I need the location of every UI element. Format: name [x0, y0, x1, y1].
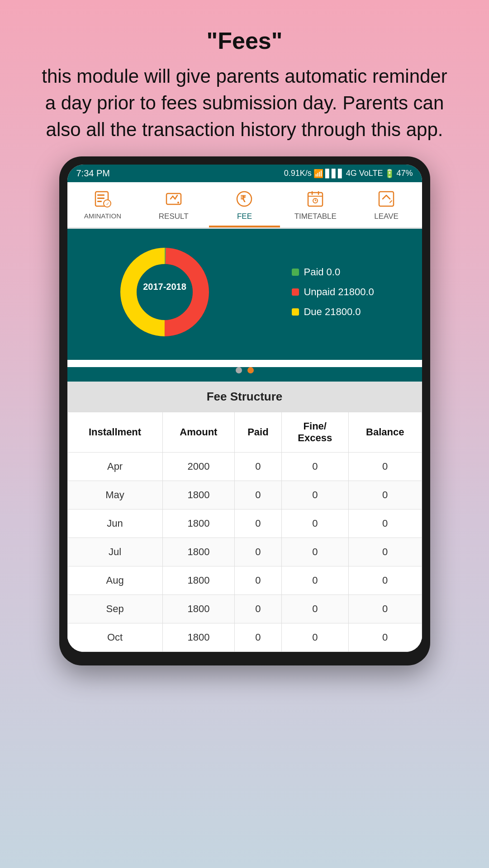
cell-amount: 1800 [162, 595, 235, 623]
due-dot [292, 308, 299, 316]
chart-section: 2017-2018 Paid 0.0 Unpaid 21800.0 Due 21… [67, 229, 422, 360]
cell-fine: 0 [281, 453, 348, 481]
tab-timetable-label: TIMETABLE [294, 212, 337, 221]
svg-text:2017-2018: 2017-2018 [143, 282, 186, 292]
svg-rect-1 [97, 194, 104, 196]
tab-fee[interactable]: ₹ FEE [209, 182, 280, 227]
legend-paid: Paid 0.0 [292, 262, 374, 282]
carousel-dot-2[interactable] [247, 367, 254, 373]
wifi-icon: 📶 [313, 169, 323, 179]
cell-amount: 2000 [162, 453, 235, 481]
tab-result[interactable]: RESULT [138, 182, 209, 227]
cell-amount: 1800 [162, 566, 235, 595]
status-time: 7:34 PM [76, 168, 110, 179]
chart-legend: Paid 0.0 Unpaid 21800.0 Due 21800.0 [292, 262, 374, 322]
cell-month: Jul [67, 538, 162, 566]
cell-paid: 0 [235, 595, 281, 623]
tab-examination[interactable]: ✓ AMINATION [67, 182, 138, 227]
paid-label: Paid 0.0 [304, 262, 340, 282]
fee-icon: ₹ [234, 189, 255, 209]
cell-balance: 0 [348, 538, 422, 566]
cell-amount: 1800 [162, 623, 235, 652]
tab-leave[interactable]: LEAVE [351, 182, 422, 227]
legend-unpaid: Unpaid 21800.0 [292, 282, 374, 302]
cell-balance: 0 [348, 566, 422, 595]
svg-rect-2 [97, 198, 104, 199]
due-label: Due 21800.0 [304, 302, 361, 322]
table-row: Jun 1800 0 0 0 [67, 509, 422, 538]
status-bar: 7:34 PM 0.91K/s 📶 ▋▋▋ 4G VoLTE 🔋 47% [67, 165, 422, 182]
cell-fine: 0 [281, 509, 348, 538]
examination-icon: ✓ [92, 189, 113, 209]
cell-month: Aug [67, 566, 162, 595]
donut-chart: 2017-2018 [115, 242, 214, 342]
signal-icon: ▋▋▋ [325, 169, 344, 179]
data-speed: 0.91K/s [284, 169, 312, 178]
col-paid: Paid [235, 412, 281, 453]
svg-rect-17 [379, 192, 394, 206]
timetable-icon [305, 189, 326, 209]
result-icon [163, 189, 184, 209]
legend-due: Due 21800.0 [292, 302, 374, 322]
col-installment: Installment [67, 412, 162, 453]
table-row: Apr 2000 0 0 0 [67, 453, 422, 481]
header-description: this module will give parents automatic … [36, 63, 453, 143]
fee-structure-section: Fee Structure Installment Amount Paid Fi… [67, 382, 422, 652]
cell-fine: 0 [281, 595, 348, 623]
tab-timetable[interactable]: TIMETABLE [280, 182, 351, 227]
cell-balance: 0 [348, 481, 422, 509]
paid-dot [292, 269, 299, 276]
tab-leave-label: LEAVE [374, 212, 399, 221]
col-balance: Balance [348, 412, 422, 453]
cell-paid: 0 [235, 509, 281, 538]
carousel-dots [67, 367, 422, 373]
cell-balance: 0 [348, 623, 422, 652]
cell-paid: 0 [235, 481, 281, 509]
fee-structure-title: Fee Structure [67, 382, 422, 412]
cell-balance: 0 [348, 595, 422, 623]
table-row: Aug 1800 0 0 0 [67, 566, 422, 595]
status-right: 0.91K/s 📶 ▋▋▋ 4G VoLTE 🔋 47% [284, 169, 413, 179]
svg-point-7 [177, 202, 179, 203]
cell-paid: 0 [235, 623, 281, 652]
leave-icon [376, 189, 397, 209]
fee-table: Installment Amount Paid Fine/Excess Bala… [67, 412, 422, 652]
table-row: Jul 1800 0 0 0 [67, 538, 422, 566]
cell-paid: 0 [235, 453, 281, 481]
cell-fine: 0 [281, 538, 348, 566]
header-title: "Fees" [36, 27, 453, 54]
nav-tabs: ✓ AMINATION RESULT [67, 182, 422, 229]
svg-text:✓: ✓ [106, 201, 109, 206]
carousel-dot-1[interactable] [236, 367, 242, 373]
tab-fee-label: FEE [237, 212, 252, 221]
battery-percent: 47% [396, 169, 413, 178]
phone-frame: 7:34 PM 0.91K/s 📶 ▋▋▋ 4G VoLTE 🔋 47% [59, 156, 430, 665]
table-row: May 1800 0 0 0 [67, 481, 422, 509]
cell-balance: 0 [348, 509, 422, 538]
cell-amount: 1800 [162, 509, 235, 538]
cell-paid: 0 [235, 538, 281, 566]
cell-amount: 1800 [162, 538, 235, 566]
tab-result-label: RESULT [159, 212, 189, 221]
table-row: Oct 1800 0 0 0 [67, 623, 422, 652]
col-amount: Amount [162, 412, 235, 453]
svg-line-18 [390, 201, 392, 203]
cell-fine: 0 [281, 566, 348, 595]
table-row: Sep 1800 0 0 0 [67, 595, 422, 623]
svg-point-23 [138, 265, 192, 319]
cell-month: Sep [67, 595, 162, 623]
header-section: "Fees" this module will give parents aut… [0, 0, 489, 156]
network-type: 4G VoLTE [346, 169, 383, 178]
cell-fine: 0 [281, 481, 348, 509]
cell-month: Apr [67, 453, 162, 481]
phone-screen: 7:34 PM 0.91K/s 📶 ▋▋▋ 4G VoLTE 🔋 47% [67, 165, 422, 652]
cell-paid: 0 [235, 566, 281, 595]
cell-month: Jun [67, 509, 162, 538]
col-fine-excess: Fine/Excess [281, 412, 348, 453]
svg-text:₹: ₹ [240, 194, 246, 204]
cell-month: May [67, 481, 162, 509]
unpaid-dot [292, 288, 299, 296]
cell-month: Oct [67, 623, 162, 652]
cell-balance: 0 [348, 453, 422, 481]
cell-fine: 0 [281, 623, 348, 652]
